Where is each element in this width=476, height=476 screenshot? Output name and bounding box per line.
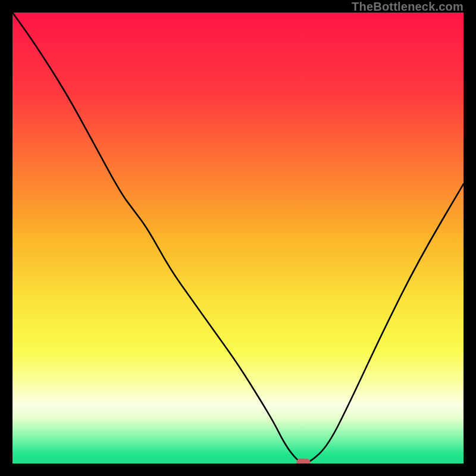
optimal-marker — [297, 459, 310, 464]
gradient-rect — [12, 12, 464, 464]
chart-svg — [12, 12, 464, 464]
watermark-text: TheBottleneck.com — [352, 0, 464, 14]
plot-area — [12, 12, 464, 464]
chart-frame: TheBottleneck.com — [0, 0, 476, 476]
